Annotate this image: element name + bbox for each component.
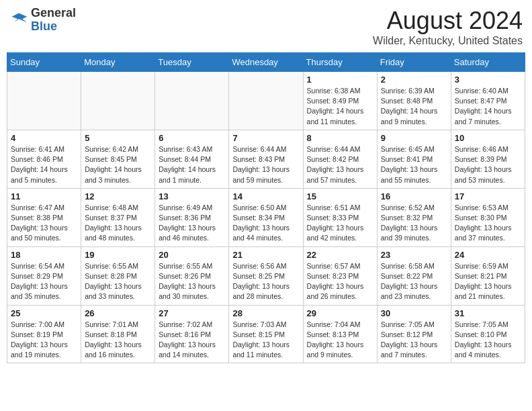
calendar-cell: 12Sunrise: 6:48 AM Sunset: 8:37 PM Dayli… (81, 188, 155, 246)
calendar-header-sunday: Sunday (7, 53, 81, 72)
day-info: Sunrise: 6:38 AM Sunset: 8:49 PM Dayligh… (307, 86, 373, 127)
calendar-cell (7, 72, 81, 130)
day-info: Sunrise: 6:53 AM Sunset: 8:30 PM Dayligh… (455, 203, 521, 244)
day-info: Sunrise: 6:58 AM Sunset: 8:22 PM Dayligh… (381, 261, 447, 302)
day-number: 10 (455, 133, 521, 143)
title-area: August 2024 Wilder, Kentucky, United Sta… (373, 7, 523, 47)
day-info: Sunrise: 7:05 AM Sunset: 8:12 PM Dayligh… (381, 320, 447, 361)
calendar-cell: 5Sunrise: 6:42 AM Sunset: 8:45 PM Daylig… (81, 130, 155, 188)
calendar-cell (81, 72, 155, 130)
day-number: 31 (455, 308, 521, 318)
calendar-cell: 22Sunrise: 6:57 AM Sunset: 8:23 PM Dayli… (303, 246, 377, 305)
day-info: Sunrise: 7:01 AM Sunset: 8:18 PM Dayligh… (85, 320, 151, 361)
day-info: Sunrise: 7:05 AM Sunset: 8:10 PM Dayligh… (455, 320, 521, 361)
day-number: 20 (159, 250, 225, 260)
week-row-1: 4Sunrise: 6:41 AM Sunset: 8:46 PM Daylig… (7, 130, 525, 188)
day-info: Sunrise: 6:47 AM Sunset: 8:38 PM Dayligh… (11, 203, 77, 244)
day-number: 25 (11, 308, 77, 318)
day-number: 18 (11, 250, 77, 260)
day-number: 19 (85, 250, 151, 260)
calendar-cell (155, 72, 229, 130)
logo-text: General Blue (31, 7, 76, 34)
calendar-cell: 23Sunrise: 6:58 AM Sunset: 8:22 PM Dayli… (377, 246, 451, 305)
calendar-cell: 16Sunrise: 6:52 AM Sunset: 8:32 PM Dayli… (377, 188, 451, 246)
calendar-cell: 15Sunrise: 6:51 AM Sunset: 8:33 PM Dayli… (303, 188, 377, 246)
day-number: 9 (381, 133, 447, 143)
day-number: 3 (455, 75, 521, 85)
calendar-header-saturday: Saturday (451, 53, 525, 72)
day-number: 11 (11, 191, 77, 201)
calendar-cell: 9Sunrise: 6:45 AM Sunset: 8:41 PM Daylig… (377, 130, 451, 188)
calendar-cell: 28Sunrise: 7:03 AM Sunset: 8:15 PM Dayli… (229, 305, 303, 363)
week-row-2: 11Sunrise: 6:47 AM Sunset: 8:38 PM Dayli… (7, 188, 525, 246)
calendar-header-monday: Monday (81, 53, 155, 72)
day-info: Sunrise: 6:46 AM Sunset: 8:39 PM Dayligh… (455, 144, 521, 185)
calendar-cell: 3Sunrise: 6:40 AM Sunset: 8:47 PM Daylig… (451, 72, 525, 130)
day-info: Sunrise: 6:55 AM Sunset: 8:28 PM Dayligh… (85, 261, 151, 302)
calendar-cell: 13Sunrise: 6:49 AM Sunset: 8:36 PM Dayli… (155, 188, 229, 246)
day-info: Sunrise: 7:02 AM Sunset: 8:16 PM Dayligh… (159, 320, 225, 361)
week-row-3: 18Sunrise: 6:54 AM Sunset: 8:29 PM Dayli… (7, 246, 525, 305)
day-number: 12 (85, 191, 151, 201)
logo: General Blue (9, 7, 76, 34)
day-number: 24 (455, 250, 521, 260)
calendar-cell: 20Sunrise: 6:55 AM Sunset: 8:26 PM Dayli… (155, 246, 229, 305)
calendar-cell: 25Sunrise: 7:00 AM Sunset: 8:19 PM Dayli… (7, 305, 81, 363)
day-number: 15 (307, 191, 373, 201)
day-number: 27 (159, 308, 225, 318)
day-info: Sunrise: 6:43 AM Sunset: 8:44 PM Dayligh… (159, 144, 225, 185)
day-number: 16 (381, 191, 447, 201)
subtitle: Wilder, Kentucky, United States (373, 35, 523, 47)
calendar-header-friday: Friday (377, 53, 451, 72)
day-number: 5 (85, 133, 151, 143)
calendar-header-tuesday: Tuesday (155, 53, 229, 72)
calendar-cell: 26Sunrise: 7:01 AM Sunset: 8:18 PM Dayli… (81, 305, 155, 363)
day-info: Sunrise: 6:57 AM Sunset: 8:23 PM Dayligh… (307, 261, 373, 302)
day-number: 14 (232, 191, 299, 201)
day-number: 4 (11, 133, 77, 143)
day-info: Sunrise: 7:00 AM Sunset: 8:19 PM Dayligh… (11, 320, 77, 361)
calendar-cell: 17Sunrise: 6:53 AM Sunset: 8:30 PM Dayli… (451, 188, 525, 246)
day-number: 28 (232, 308, 299, 318)
day-info: Sunrise: 6:41 AM Sunset: 8:46 PM Dayligh… (11, 144, 77, 185)
day-number: 21 (232, 250, 299, 260)
svg-marker-1 (12, 13, 28, 22)
calendar-cell: 2Sunrise: 6:39 AM Sunset: 8:48 PM Daylig… (377, 72, 451, 130)
day-info: Sunrise: 6:56 AM Sunset: 8:25 PM Dayligh… (232, 261, 299, 302)
calendar-cell (229, 72, 303, 130)
day-info: Sunrise: 6:45 AM Sunset: 8:41 PM Dayligh… (381, 144, 447, 185)
day-number: 30 (381, 308, 447, 318)
calendar-cell: 30Sunrise: 7:05 AM Sunset: 8:12 PM Dayli… (377, 305, 451, 363)
header: General Blue August 2024 Wilder, Kentuck… (7, 7, 525, 47)
calendar-cell: 21Sunrise: 6:56 AM Sunset: 8:25 PM Dayli… (229, 246, 303, 305)
day-number: 7 (232, 133, 299, 143)
calendar-cell: 29Sunrise: 7:04 AM Sunset: 8:13 PM Dayli… (303, 305, 377, 363)
calendar-cell: 14Sunrise: 6:50 AM Sunset: 8:34 PM Dayli… (229, 188, 303, 246)
day-number: 8 (307, 133, 373, 143)
day-info: Sunrise: 6:44 AM Sunset: 8:43 PM Dayligh… (232, 144, 299, 185)
calendar-cell: 7Sunrise: 6:44 AM Sunset: 8:43 PM Daylig… (229, 130, 303, 188)
logo-icon (9, 11, 28, 30)
day-info: Sunrise: 6:59 AM Sunset: 8:21 PM Dayligh… (455, 261, 521, 302)
day-number: 22 (307, 250, 373, 260)
day-number: 2 (381, 75, 447, 85)
calendar-cell: 31Sunrise: 7:05 AM Sunset: 8:10 PM Dayli… (451, 305, 525, 363)
day-info: Sunrise: 6:50 AM Sunset: 8:34 PM Dayligh… (232, 203, 299, 244)
calendar-cell: 18Sunrise: 6:54 AM Sunset: 8:29 PM Dayli… (7, 246, 81, 305)
day-number: 23 (381, 250, 447, 260)
day-info: Sunrise: 6:51 AM Sunset: 8:33 PM Dayligh… (307, 203, 373, 244)
week-row-0: 1Sunrise: 6:38 AM Sunset: 8:49 PM Daylig… (7, 72, 525, 130)
day-number: 6 (159, 133, 225, 143)
day-info: Sunrise: 6:40 AM Sunset: 8:47 PM Dayligh… (455, 86, 521, 127)
calendar-cell: 4Sunrise: 6:41 AM Sunset: 8:46 PM Daylig… (7, 130, 81, 188)
calendar-cell: 24Sunrise: 6:59 AM Sunset: 8:21 PM Dayli… (451, 246, 525, 305)
day-info: Sunrise: 6:42 AM Sunset: 8:45 PM Dayligh… (85, 144, 151, 185)
calendar-header-row: SundayMondayTuesdayWednesdayThursdayFrid… (7, 53, 525, 72)
week-row-4: 25Sunrise: 7:00 AM Sunset: 8:19 PM Dayli… (7, 305, 525, 363)
day-info: Sunrise: 6:52 AM Sunset: 8:32 PM Dayligh… (381, 203, 447, 244)
calendar-cell: 10Sunrise: 6:46 AM Sunset: 8:39 PM Dayli… (451, 130, 525, 188)
day-info: Sunrise: 6:49 AM Sunset: 8:36 PM Dayligh… (159, 203, 225, 244)
calendar-cell: 27Sunrise: 7:02 AM Sunset: 8:16 PM Dayli… (155, 305, 229, 363)
day-number: 29 (307, 308, 373, 318)
calendar-cell: 8Sunrise: 6:44 AM Sunset: 8:42 PM Daylig… (303, 130, 377, 188)
